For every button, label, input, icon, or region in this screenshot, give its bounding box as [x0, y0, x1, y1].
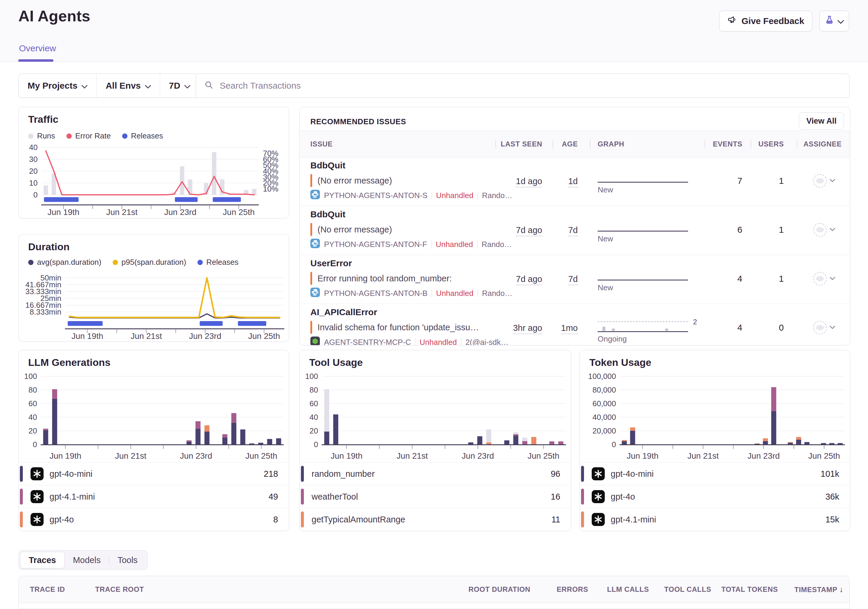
legend-row-gpt-4o-mini[interactable]: gpt-4o-mini 101k: [580, 462, 850, 485]
legend-row-weathertool[interactable]: weatherTool 16: [300, 485, 571, 508]
series-swatch: [301, 489, 304, 505]
tab-overview[interactable]: Overview: [19, 43, 56, 53]
openai-icon: [31, 513, 43, 527]
tab-tools[interactable]: Tools: [109, 552, 146, 568]
svg-text:Jun 23rd: Jun 23rd: [164, 208, 197, 217]
legend-row-gpt-4.1-mini[interactable]: gpt-4.1-mini 49: [19, 485, 289, 508]
projects-filter-label: My Projects: [28, 81, 78, 91]
environments-filter[interactable]: All Envs: [97, 74, 160, 98]
series-label: random_number: [312, 463, 375, 485]
openai-icon: [31, 490, 43, 504]
issue-graph-sparkline: 2: [598, 321, 688, 333]
project-slug[interactable]: AGENT-SENTRY-MCP-C: [324, 338, 411, 346]
svg-text:Jun 25th: Jun 25th: [248, 332, 280, 341]
sparkline-bar: [665, 329, 668, 331]
tool-usage-chart: 020406080100Jun 19thJun 21stJun 23rdJun …: [302, 373, 569, 462]
page-title: AI Agents: [19, 7, 90, 25]
svg-text:80,000: 80,000: [592, 386, 616, 394]
svg-text:40: 40: [29, 144, 38, 152]
divider: [461, 338, 461, 346]
legend-item-releases[interactable]: Releases: [197, 258, 238, 267]
col-events: EVENTS: [713, 131, 742, 157]
events-count: 7: [737, 176, 742, 186]
users-count: 0: [779, 322, 784, 333]
series-label: gpt-4.1-mini: [611, 508, 656, 531]
svg-text:Jun 25th: Jun 25th: [245, 451, 277, 460]
series-label: gpt-4o-mini: [611, 463, 654, 485]
legend-item-avg-duration[interactable]: avg(span.duration): [28, 258, 101, 267]
issue-title[interactable]: BdbQuit: [310, 160, 346, 170]
svg-text:20: 20: [310, 426, 318, 435]
legend-item-runs[interactable]: Runs: [28, 131, 55, 141]
col-trace-root: TRACE ROOT: [95, 576, 144, 603]
chevron-down-icon: [830, 276, 835, 281]
legend-item-p95-duration[interactable]: p95(span.duration): [113, 258, 186, 267]
users-count: 1: [779, 176, 784, 186]
col-issue: ISSUE: [310, 131, 333, 157]
issue-graph-status: New: [598, 185, 613, 195]
assignee-dropdown[interactable]: [813, 321, 827, 335]
duration-panel: Duration avg(span.duration) p95(span.dur…: [19, 234, 289, 342]
issue-row[interactable]: BdbQuit (No error message) PYTHON-AGENTS…: [300, 206, 850, 255]
issue-graph-status: New: [598, 283, 613, 292]
view-all-button[interactable]: View All: [799, 112, 844, 130]
legend-label: Releases: [131, 131, 163, 141]
assignee-dropdown[interactable]: [813, 272, 827, 285]
col-last-seen: LAST SEEN: [501, 131, 542, 157]
issue-row[interactable]: UserError Error running tool random_numb…: [300, 255, 850, 304]
issue-title[interactable]: BdbQuit: [310, 209, 346, 219]
traces-table: TRACE ID TRACE ROOT ROOT DURATION ERRORS…: [19, 576, 849, 609]
tab-models[interactable]: Models: [65, 552, 109, 568]
legend-item-releases[interactable]: Releases: [122, 131, 163, 141]
issue-graph-status: New: [598, 234, 613, 243]
avg-swatch: [28, 260, 34, 265]
series-label: gpt-4o: [50, 508, 74, 531]
legend-row-gpt-4o[interactable]: gpt-4o 36k: [580, 485, 850, 508]
date-range-filter[interactable]: 7D: [160, 74, 199, 98]
environments-filter-label: All Envs: [105, 81, 141, 91]
legend-row-random-number[interactable]: random_number 96: [300, 462, 571, 485]
issue-title[interactable]: UserError: [310, 258, 352, 268]
chevron-down-icon: [145, 81, 151, 91]
project-slug[interactable]: PYTHON-AGENTS-ANTON-F: [324, 240, 427, 249]
projects-filter[interactable]: My Projects: [19, 74, 96, 98]
python-icon: [310, 239, 320, 250]
chevron-down-icon: [82, 81, 87, 91]
issue-meta: PYTHON-AGENTS-ANTON-S Unhandled Rando…: [310, 190, 513, 201]
search-input[interactable]: [219, 81, 841, 91]
col-timestamp-sort[interactable]: TIMESTAMP ↓: [795, 576, 843, 603]
svg-text:Jun 23rd: Jun 23rd: [189, 332, 222, 341]
p95-swatch: [113, 260, 118, 265]
age-value: 7d: [568, 274, 578, 284]
series-swatch: [20, 489, 23, 505]
svg-text:40: 40: [310, 413, 318, 421]
legend-row-gpt-4o-mini[interactable]: gpt-4o-mini 218: [19, 462, 289, 485]
issue-title[interactable]: AI_APICallError: [310, 307, 377, 317]
traffic-legend: Runs Error Rate Releases: [28, 131, 163, 141]
issue-row[interactable]: AI_APICallError Invalid schema for funct…: [300, 304, 850, 346]
assignee-dropdown[interactable]: [813, 174, 827, 188]
tab-traces[interactable]: Traces: [20, 552, 65, 569]
series-label: gpt-4o-mini: [50, 463, 93, 485]
last-seen-value: 7d ago: [516, 274, 542, 284]
project-slug[interactable]: PYTHON-AGENTS-ANTON-B: [324, 289, 428, 298]
legend-row-gpt-4o[interactable]: gpt-4o 8: [19, 508, 289, 531]
legend-row-gpt-4.1-mini[interactable]: gpt-4.1-mini 15k: [580, 508, 850, 531]
llm-generations-chart: 020406080100Jun 19thJun 21stJun 23rdJun …: [21, 373, 287, 462]
project-slug[interactable]: PYTHON-AGENTS-ANTON-S: [324, 191, 428, 200]
legend-label: Error Rate: [75, 131, 111, 141]
divider: [431, 240, 432, 248]
assignee-dropdown[interactable]: [813, 223, 827, 237]
svg-text:40: 40: [28, 413, 37, 421]
issue-row[interactable]: BdbQuit (No error message) PYTHON-AGENTS…: [300, 157, 850, 206]
give-feedback-button[interactable]: Give Feedback: [719, 11, 812, 31]
col-total-tokens: TOTAL TOKENS: [721, 576, 778, 603]
sparkline-bar: [612, 329, 615, 331]
legend-row-gettypicalamountrange[interactable]: getTypicalAmountRange 11: [300, 508, 571, 531]
llm-legend: gpt-4o-mini 218 gpt-4.1-mini 49 gpt-4o 8: [19, 462, 289, 531]
series-swatch: [20, 511, 23, 527]
traces-table-header: TRACE ID TRACE ROOT ROOT DURATION ERRORS…: [19, 576, 849, 603]
legend-item-error-rate[interactable]: Error Rate: [67, 131, 111, 141]
lab-menu-button[interactable]: [819, 11, 849, 31]
filter-bar: My Projects All Envs 7D: [19, 74, 200, 98]
